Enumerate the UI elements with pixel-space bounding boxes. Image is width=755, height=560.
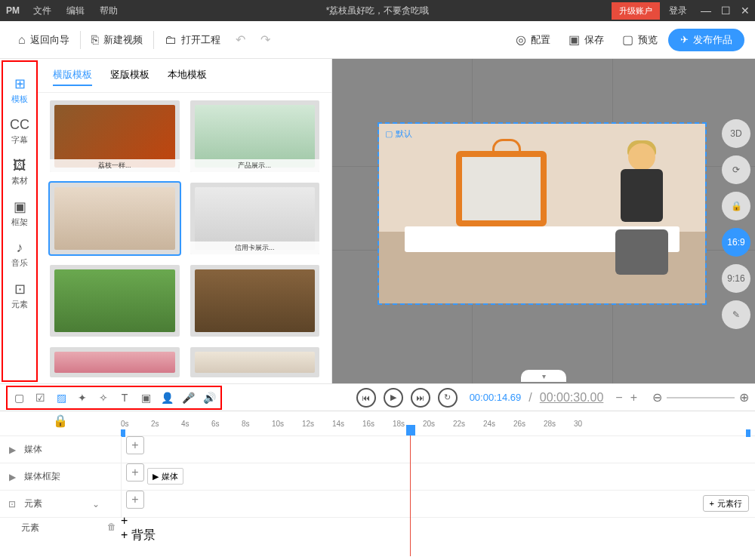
send-icon: ✈ [680,34,689,45]
sidebar-item-subtitle[interactable]: CC字幕 [3,111,36,152]
zoom-slider[interactable] [667,397,735,398]
edit-button[interactable]: ✎ [722,300,750,329]
template-item-selected[interactable] [50,183,180,254]
template-icon: ⊞ [14,75,26,92]
open-project-button[interactable]: 🗀打开工程 [157,33,228,47]
preview-canvas[interactable]: ▢默认 ▾ 3D ⟳ 🔒 16:9 9:16 ✎ [332,59,755,383]
play-icon: ▶ [6,472,18,482]
cc-icon: CC [10,117,29,133]
sidebar-item-template[interactable]: ⊞模板 [3,69,36,111]
sidebar-item-music[interactable]: ♪音乐 [3,234,36,275]
elements-icon: ⊡ [6,499,18,509]
track-media: ▶媒体 + [0,435,755,463]
bottom-toolrow: ▢ ☑ ▨ ✦ ✧ T ▣ 👤 🎤 🔊 ⏮ ▶ ⏭ ↻ 00:00:14.69 … [0,383,755,411]
new-video-button[interactable]: ⎘新建视频 [84,33,150,47]
add-element-button[interactable]: + [126,491,144,509]
template-item[interactable] [190,347,320,377]
frame-icon: ▣ [14,198,26,215]
redo-button[interactable]: ↷ [253,32,278,47]
tool-slash-icon[interactable]: ▨ [53,389,69,406]
menu-edit[interactable]: 编辑 [59,5,92,17]
zoom-out-button[interactable]: ⊖ [652,390,662,405]
tab-vertical[interactable]: 竖版模板 [110,68,149,86]
maximize-button[interactable]: ☐ [716,5,735,17]
config-button[interactable]: ◎配置 [508,32,558,47]
tv-graphic [456,151,547,226]
add-element-row-button[interactable]: + 元素行 [703,495,749,512]
folder-icon: 🗀 [165,33,177,47]
login-button[interactable]: 登录 [660,5,696,17]
time-minus-button[interactable]: − [615,391,622,405]
main-toolbar: ⌂返回向导 ⎘新建视频 🗀打开工程 ↶ ↷ ◎配置 ▣保存 ▢预览 ✈发布作品 [0,21,755,59]
template-item[interactable] [50,265,180,337]
titlebar: PM 文件 编辑 帮助 *荔枝虽好吃，不要贪吃哦 升级账户 登录 — ☐ ✕ [0,0,755,21]
add-frame-button[interactable]: + [126,463,144,482]
home-icon: ⌂ [18,33,26,47]
lock-icon[interactable]: 🔒 [53,414,68,428]
delete-icon[interactable]: 🗑 [107,522,116,532]
app-logo: PM [0,5,26,16]
play-button[interactable]: ▶ [384,388,403,408]
template-item[interactable]: 产品展示... [190,100,320,172]
sidebar-item-frame[interactable]: ▣框架 [3,192,36,234]
back-to-wizard-button[interactable]: ⌂返回向导 [11,33,77,47]
menu-file[interactable]: 文件 [26,5,59,17]
play-icon: ▶ [6,445,18,455]
tool-mic-icon[interactable]: 🎤 [180,389,196,406]
tool-spark-icon[interactable]: ✦ [74,389,91,406]
timeline-ruler[interactable]: 0s2s4s6s8s10s12s14s16s18s20s22s24s26s28s… [121,420,755,428]
3d-button[interactable]: 3D [722,119,750,148]
tool-frame-icon[interactable]: ▣ [137,389,154,406]
collapse-handle[interactable]: ▾ [521,370,566,382]
close-button[interactable]: ✕ [735,5,755,17]
tool-text-icon[interactable]: T [116,389,133,406]
prev-button[interactable]: ⏮ [356,388,376,408]
zoom-in-button[interactable]: ⊕ [739,390,749,405]
aspect-16-9-button[interactable]: 16:9 [722,228,750,257]
preview-icon: ▢ [622,32,633,47]
add-media-button[interactable]: + [126,436,144,454]
frame-clip[interactable]: ▶媒体 [147,468,183,485]
gear-icon: ◎ [516,32,526,47]
left-sidebar: ⊞模板 CC字幕 🖼素材 ▣框架 ♪音乐 ⊡元素 [2,60,38,382]
save-icon: ▣ [569,32,580,47]
lock-button[interactable]: 🔒 [722,192,750,220]
template-item[interactable]: 信用卡展示... [190,183,320,254]
template-panel: 横版模板 竖版模板 本地模板 荔枝一样... 产品展示... 信用卡展示... [38,59,332,383]
time-plus-button[interactable]: + [630,391,637,405]
track-element-sub: 元素🗑 + + 背景 [0,517,755,538]
tool-speaker-icon[interactable]: 🔊 [201,389,217,406]
canvas-selection[interactable]: ▢默认 [379,124,705,303]
tab-local[interactable]: 本地模板 [168,68,207,86]
tool-check-icon[interactable]: ☑ [32,389,48,406]
publish-button[interactable]: ✈发布作品 [668,29,744,51]
image-icon: 🖼 [13,158,26,174]
music-icon: ♪ [17,240,23,256]
template-item[interactable] [190,265,320,337]
save-button[interactable]: ▣保存 [561,32,612,47]
loop-button[interactable]: ↻ [438,388,458,408]
next-button[interactable]: ⏭ [411,388,430,408]
sidebar-item-element[interactable]: ⊡元素 [3,275,36,316]
menu-help[interactable]: 帮助 [92,5,125,17]
template-item[interactable] [50,347,180,377]
rotate-button[interactable]: ⟳ [722,155,750,184]
add-background-button[interactable]: + 背景 [121,528,755,543]
dropdown-icon[interactable]: ⌄ [92,499,100,509]
aspect-9-16-button[interactable]: 9:16 [722,264,750,293]
duration-time[interactable]: 00:00:30.00 [540,391,604,405]
tool-person-icon[interactable]: 👤 [159,389,175,406]
tool-box-icon[interactable]: ▢ [11,389,27,406]
sidebar-item-material[interactable]: 🖼素材 [3,152,36,192]
add-sub-element-button[interactable]: + [121,514,755,528]
timeline: 🔒 0s2s4s6s8s10s12s14s16s18s20s22s24s26s2… [0,411,755,538]
tool-star-icon[interactable]: ✧ [95,389,112,406]
tab-horizontal[interactable]: 横版模板 [53,68,92,86]
minimize-button[interactable]: — [696,5,716,17]
preview-button[interactable]: ▢预览 [615,32,665,47]
template-item[interactable]: 荔枝一样... [50,100,180,172]
document-title: *荔枝虽好吃，不要贪吃哦 [326,5,430,17]
upgrade-button[interactable]: 升级账户 [612,2,660,20]
play-icon: ▶ [153,472,159,482]
undo-button[interactable]: ↶ [228,32,253,47]
